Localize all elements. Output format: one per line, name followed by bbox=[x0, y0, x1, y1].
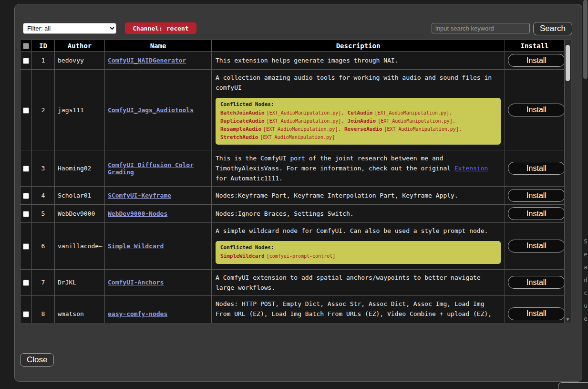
conflicted-node: StretchAudio[EXT_AudioManipulation.py] bbox=[220, 134, 335, 140]
row-id: 8 bbox=[32, 295, 55, 323]
search-button[interactable]: Search bbox=[533, 22, 572, 35]
install-button[interactable]: Install bbox=[508, 240, 564, 252]
header-checkbox-cell bbox=[21, 40, 32, 52]
row-id: 2 bbox=[32, 70, 55, 150]
background-text-fragment: e bbox=[584, 251, 588, 263]
row-description: Nodes: HTTP POST, Empty Dict, Assoc Str,… bbox=[212, 295, 505, 323]
conflicted-node: BatchJoinAudio[EXT_AudioManipulation.py] bbox=[220, 110, 348, 116]
conflicted-nodes-box: Conflicted Nodes: SimpleWildcard[comfyui… bbox=[216, 241, 501, 263]
search-input[interactable] bbox=[432, 23, 530, 33]
row-checkbox[interactable] bbox=[23, 280, 29, 286]
row-id: 5 bbox=[32, 205, 55, 223]
row-checkbox[interactable] bbox=[23, 193, 29, 199]
table-header-row: ID Author Name Description Install bbox=[21, 40, 565, 52]
row-author: DrJKL bbox=[55, 269, 105, 295]
extension-name-link[interactable]: ComfyUI_NAIDGenerator bbox=[108, 57, 186, 64]
install-button[interactable]: Install bbox=[508, 162, 564, 175]
install-button[interactable]: Install bbox=[508, 104, 564, 116]
conflicted-node: ResampleAudio[EXT_AudioManipulation.py] bbox=[220, 126, 344, 132]
install-custom-nodes-dialog: Filter: all Channel: recent Search ID Au… bbox=[14, 4, 582, 382]
conflicted-nodes-title: Conflicted Nodes: bbox=[220, 101, 496, 107]
row-id: 1 bbox=[32, 52, 55, 70]
conflicted-nodes-list: BatchJoinAudio[EXT_AudioManipulation.py]… bbox=[220, 109, 496, 141]
conflicted-node: ReverseAudio[EXT_AudioManipulation.py] bbox=[344, 126, 462, 132]
row-description: Nodes:Ignore Braces, Settings Switch. bbox=[212, 205, 505, 223]
row-description: This is the ComfyUI port of the joint re… bbox=[212, 150, 505, 187]
extension-name-link[interactable]: ComfyUI Diffusion Color Grading bbox=[108, 161, 194, 176]
table-row: 6 vanillacode⋯ Simple Wildcard A simple … bbox=[21, 223, 565, 269]
header-description: Description bbox=[212, 40, 505, 52]
row-description: A simple wildcard node for ComfyUI. Can … bbox=[216, 226, 501, 236]
table-scrollbar[interactable]: ▼ bbox=[564, 40, 571, 323]
channel-badge: Channel: recent bbox=[125, 22, 196, 34]
row-author: jags111 bbox=[55, 70, 105, 150]
extension-name-link[interactable]: ComfyUI_Jags_Audiotools bbox=[108, 106, 194, 114]
scroll-down-icon[interactable]: ▼ bbox=[565, 317, 571, 322]
background-text-fragment: u bbox=[584, 302, 588, 315]
extension-link[interactable]: Extension bbox=[454, 165, 488, 172]
install-button[interactable]: Install bbox=[508, 189, 564, 202]
row-checkbox[interactable] bbox=[23, 311, 29, 317]
row-id: 4 bbox=[32, 187, 55, 205]
row-description: A ComfyUI extension to add spatial ancho… bbox=[212, 269, 505, 295]
install-button[interactable]: Install bbox=[508, 276, 564, 289]
row-description: This extension helps generate images thr… bbox=[212, 52, 505, 70]
table-row: 8 wmatson easy-comfy-nodes Nodes: HTTP P… bbox=[21, 295, 565, 323]
close-button[interactable]: Close bbox=[20, 353, 54, 367]
row-id: 6 bbox=[32, 223, 55, 269]
row-id: 3 bbox=[32, 150, 55, 187]
select-all-checkbox[interactable] bbox=[23, 43, 29, 49]
extension-name-link[interactable]: Simple Wildcard bbox=[108, 242, 164, 250]
row-author: bedovyy bbox=[55, 52, 105, 70]
row-checkbox[interactable] bbox=[23, 107, 29, 114]
row-checkbox[interactable] bbox=[23, 243, 29, 250]
table-row: 1 bedovyy ComfyUI_NAIDGenerator This ext… bbox=[21, 52, 565, 70]
background-text-fragment: a bbox=[584, 263, 588, 276]
table-scrollbar-thumb[interactable] bbox=[566, 45, 570, 81]
row-id: 7 bbox=[32, 269, 55, 295]
header-install: Install bbox=[505, 40, 565, 52]
background-text-fragment: d bbox=[584, 276, 588, 289]
extension-name-link[interactable]: SComfyUI-Keyframe bbox=[108, 192, 171, 199]
conflicted-nodes-box: Conflicted Nodes: BatchJoinAudio[EXT_Aud… bbox=[216, 98, 501, 145]
row-checkbox[interactable] bbox=[23, 166, 29, 172]
table-row: 5 WebDev9000 WebDev9000-Nodes Nodes:Igno… bbox=[21, 205, 565, 223]
row-description: A collection amazing audio tools for wor… bbox=[216, 73, 501, 93]
conflicted-node: SimpleWildcard[comfyui-prompt-control] bbox=[220, 253, 335, 259]
extension-name-link[interactable]: WebDev9000-Nodes bbox=[108, 210, 167, 217]
header-author: Author bbox=[55, 40, 105, 52]
toolbar: Filter: all Channel: recent Search bbox=[23, 22, 575, 36]
row-author: Haoming02 bbox=[55, 150, 105, 187]
conflicted-node: JoinAudio[EXT_AudioManipulation.py] bbox=[348, 118, 456, 124]
background-text-fragment: c bbox=[584, 289, 588, 302]
row-checkbox[interactable] bbox=[23, 211, 29, 217]
page-scrollbar-thumb[interactable] bbox=[583, 0, 588, 79]
row-author: vanillacode⋯ bbox=[55, 223, 105, 269]
table-row: 2 jags111 ComfyUI_Jags_Audiotools A coll… bbox=[21, 70, 565, 150]
install-button[interactable]: Install bbox=[508, 307, 564, 320]
row-author: wmatson bbox=[55, 295, 105, 323]
background-text-fragment: S bbox=[584, 238, 588, 251]
background-text-fragments: Seadcue bbox=[584, 238, 588, 328]
background-text-fragment: e bbox=[584, 315, 588, 328]
extension-name-link[interactable]: easy-comfy-nodes bbox=[108, 310, 167, 317]
header-id: ID bbox=[32, 40, 55, 52]
header-name: Name bbox=[105, 40, 212, 52]
partial-background-button bbox=[558, 382, 588, 389]
conflicted-node: DuplicateAudio[EXT_AudioManipulation.py] bbox=[220, 118, 348, 124]
row-description: Nodes:Keyframe Part, Keyframe Interpolat… bbox=[212, 187, 505, 205]
conflicted-node: CutAudio[EXT_AudioManipulation.py] bbox=[348, 110, 453, 116]
install-button[interactable]: Install bbox=[508, 54, 564, 67]
table-row: 4 Scholar01 SComfyUI-Keyframe Nodes:Keyf… bbox=[21, 187, 565, 205]
table-row: 7 DrJKL ComfyUI-Anchors A ComfyUI extens… bbox=[21, 269, 565, 295]
extension-name-link[interactable]: ComfyUI-Anchors bbox=[108, 279, 164, 286]
install-button[interactable]: Install bbox=[508, 207, 564, 220]
custom-nodes-table: ID Author Name Description Install 1 bed… bbox=[20, 40, 564, 323]
row-checkbox[interactable] bbox=[23, 58, 29, 64]
conflicted-nodes-title: Conflicted Nodes: bbox=[220, 244, 496, 251]
row-author: WebDev9000 bbox=[55, 205, 105, 223]
filter-select[interactable]: Filter: all bbox=[23, 23, 116, 34]
conflicted-nodes-list: SimpleWildcard[comfyui-prompt-control] bbox=[220, 252, 496, 260]
row-author: Scholar01 bbox=[55, 187, 105, 205]
table-row: 3 Haoming02 ComfyUI Diffusion Color Grad… bbox=[21, 150, 565, 187]
